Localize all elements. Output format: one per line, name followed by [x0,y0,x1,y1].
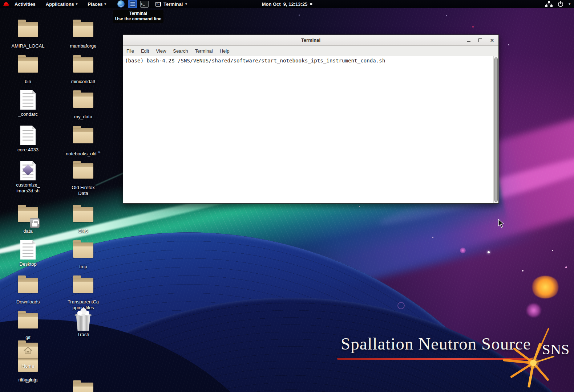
chevron-down-icon: ▾ [105,2,106,6]
icon-wrap [61,22,105,42]
icon-label: _condarc [6,111,50,117]
icon-label-line: TransparentCa [61,299,105,305]
menu-view[interactable]: View [156,48,166,54]
files-launcher[interactable] [128,0,137,8]
icon-label: Downloads [6,299,50,305]
red-hat-icon [3,2,9,6]
folder-icon [73,163,93,179]
terminal-app-icon: >_ [140,1,149,8]
system-status-area[interactable]: ▾ [545,0,572,8]
chevron-down-icon: ▾ [569,2,570,6]
desktop-icon-git[interactable]: git [6,310,50,340]
power-icon [557,1,564,7]
maximize-button[interactable] [478,38,482,42]
menu-help[interactable]: Help [220,48,230,54]
icon-label: Desktop [6,261,50,267]
clock-area[interactable]: Mon Oct 9, 12:13:25 [262,0,312,8]
icon-wrap [61,242,105,263]
window-titlebar[interactable]: Terminal ✕ [123,35,498,46]
window-title: Terminal [123,35,498,46]
terminal-launcher[interactable]: >_ [140,0,149,8]
icon-label: SNS [61,228,105,234]
activities-button[interactable]: Activities [9,0,41,8]
files-app-icon [130,1,136,7]
menu-edit[interactable]: Edit [141,48,149,54]
desktop-icon-trash[interactable]: Trash [61,310,105,338]
desktop-icon-notebooks-old[interactable]: notebooks_old✳ [61,125,105,157]
lock-emblem [30,218,40,228]
desktop-icon-tmp[interactable]: tmp [61,240,105,270]
icon-wrap [6,240,50,260]
desktop-icon-mambaforge[interactable]: mambaforge [61,19,105,49]
menu-search[interactable]: Search [173,48,188,54]
places-menu[interactable]: Places ▾ [82,0,111,8]
folder-icon [73,383,93,392]
icon-wrap [61,207,105,227]
desktop-icon-miniconda3[interactable]: miniconda3 [61,54,105,85]
desktop-icon-desktop[interactable]: Desktop [6,240,50,267]
trash-icon [73,310,93,331]
icon-label-line: tmp [61,264,105,270]
chevron-down-icon: ▾ [185,2,187,6]
applications-menu[interactable]: Applications ▾ [41,0,83,8]
globe-icon [117,0,125,8]
icon-label-line: bin [6,79,50,85]
close-button[interactable]: ✕ [490,38,494,42]
globe-launcher[interactable] [116,0,126,8]
icon-label-line: Downloads [6,299,50,305]
desktop-icon-sns[interactable]: SNS [61,204,105,234]
desktop-icon-test-local[interactable]: test_local_VENUSwpython310d [61,385,105,392]
minimize-button[interactable] [467,39,470,42]
folder-icon [18,22,38,37]
folder-icon [18,343,38,358]
icon-label-line: imars3d.sh [6,188,50,194]
icon-wrap [6,126,50,146]
terminal-content[interactable]: (base) bash-4.2$ /SNS/VENUS/shared/softw… [123,56,498,203]
icon-label: mambaforge [61,43,105,49]
menu-file[interactable]: File [126,48,134,54]
mouse-cursor [498,219,506,228]
icon-label-line: Trash [61,332,105,338]
desktop-icon-bin[interactable]: bin [6,54,50,85]
icon-label: git [6,335,50,340]
icon-wrap [6,57,50,78]
chevron-down-icon: ▾ [76,2,78,6]
icon-wrap [6,278,50,298]
script-icon [20,161,36,180]
desktop-icon-customize[interactable]: customize_imars3d.sh [6,160,50,194]
icon-label: customize_imars3d.sh [6,182,50,194]
icon-label: Trash [61,332,105,338]
icon-wrap [61,310,105,331]
desktop-icon-my-data[interactable]: my_data [61,90,105,120]
top-bar: Activities Applications ▾ Places ▾ >_ >.… [0,0,574,8]
document-icon [20,126,36,145]
folder-icon [73,242,93,258]
icon-label-line: data [6,228,50,234]
desktop-icon-amira-local[interactable]: AMIRA_LOCAL [6,19,50,49]
tooltip-subtitle: Use the command line [113,16,163,22]
icon-label-line: Data [61,191,105,196]
icon-label: Old FirefoxData [61,185,105,196]
document-icon [20,240,36,260]
icon-label-line: my_data [61,114,105,120]
scrollbar-thumb[interactable] [494,57,498,202]
folder-icon [73,22,93,37]
icon-label: tmp [61,264,105,270]
folder-icon [73,93,93,108]
desktop-icon-data[interactable]: data [6,204,50,234]
icon-wrap [61,128,105,148]
icon-wrap [61,93,105,113]
desktop-icon-condarc[interactable]: _condarc [6,90,50,117]
document-icon [20,90,36,110]
app-menu-label: Terminal [163,1,183,7]
terminal-window: Terminal ✕ FileEditViewSearchTerminalHel… [123,34,499,204]
desktop-icon-core-4033[interactable]: core.4033 [6,125,50,153]
icon-label: bin [6,79,50,85]
desktop-icon-transparentca[interactable]: TransparentCapping-files [61,275,105,311]
app-menu-terminal[interactable]: >. Terminal ▾ [152,1,191,7]
desktop-icon-home[interactable]: Homenltk_dataimaging [6,346,50,385]
desktop-icon-downloads[interactable]: Downloads [6,275,50,305]
menu-terminal[interactable]: Terminal [195,48,213,54]
desktop-icon-old-firefox[interactable]: Old FirefoxData [61,160,105,196]
terminal-scrollbar[interactable] [493,56,498,203]
